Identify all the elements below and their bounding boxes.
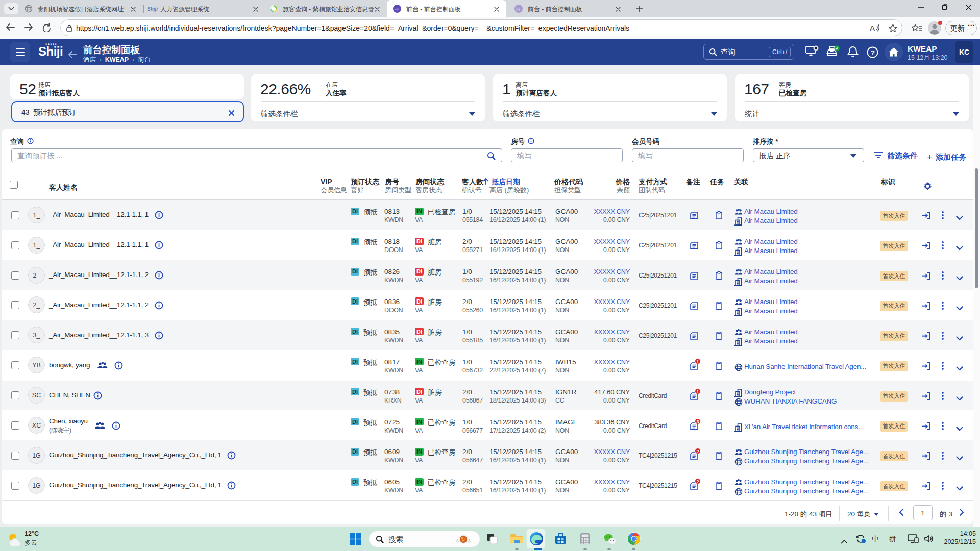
svg-text:A: A — [870, 24, 875, 32]
svg-text:shiji: shiji — [516, 8, 520, 11]
svg-text:shiji: shiji — [395, 8, 399, 11]
svg-text:?: ? — [871, 49, 875, 57]
